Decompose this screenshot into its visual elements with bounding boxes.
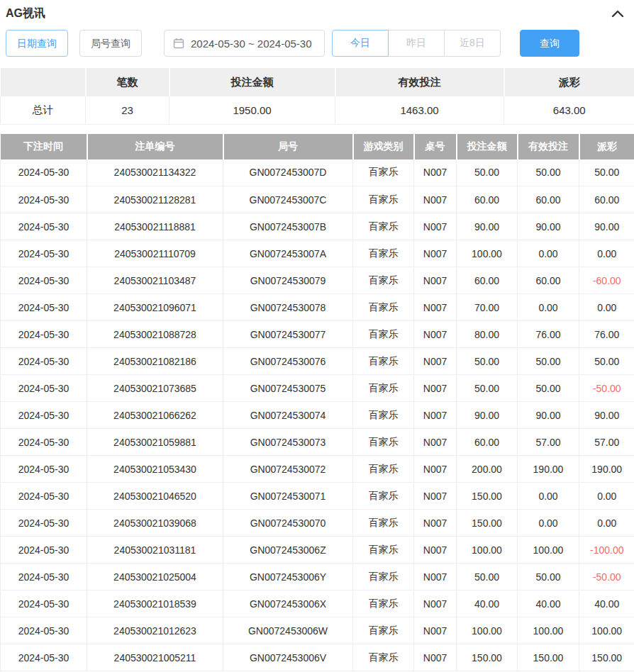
quick-range-today[interactable]: 今日 <box>332 30 389 57</box>
table-cell: 100.00 <box>457 537 518 564</box>
summary-total-payout: 643.00 <box>504 96 634 124</box>
table-cell: 90.00 <box>518 402 579 429</box>
table-row: 2024-05-30240530021059881GN00724530073百家… <box>1 429 634 456</box>
table-row: 2024-05-30240530021053430GN00724530072百家… <box>1 456 634 483</box>
table-cell: 240530021012623 <box>87 617 223 644</box>
table-cell: 100.00 <box>457 617 518 644</box>
table-cell: 2024-05-30 <box>1 510 87 537</box>
table-row: 2024-05-30240530021118881GN0072453007B百家… <box>1 213 634 240</box>
table-cell: 百家乐 <box>353 429 414 456</box>
table-cell: 240530021103487 <box>87 267 223 294</box>
ag-video-panel: AG视讯 日期查询 局号查询 2024-05-30 ~ 2024-05-30 今… <box>0 0 634 671</box>
table-cell: 50.00 <box>579 348 634 375</box>
table-cell: 2024-05-30 <box>1 483 87 510</box>
table-row: 2024-05-30240530021103487GN00724530079百家… <box>1 267 634 294</box>
table-cell: 百家乐 <box>353 483 414 510</box>
search-button[interactable]: 查询 <box>520 30 579 57</box>
table-cell: 2024-05-30 <box>1 267 87 294</box>
table-cell: 240530021046520 <box>87 483 223 510</box>
summary-col-payout: 派彩 <box>504 68 634 96</box>
table-cell: 76.00 <box>518 321 579 348</box>
table-cell: N007 <box>414 213 457 240</box>
table-cell: 2024-05-30 <box>1 456 87 483</box>
table-cell: -60.00 <box>579 267 634 294</box>
table-cell: 2024-05-30 <box>1 537 87 564</box>
table-cell: 240530021118881 <box>87 213 223 240</box>
table-cell: GN0072453006Z <box>223 537 353 564</box>
table-row: 2024-05-30240530021012623GN0072453006W百家… <box>1 617 634 644</box>
table-cell: 100.00 <box>518 537 579 564</box>
table-cell: GN00724530078 <box>223 294 353 321</box>
summary-col-blank <box>1 68 86 96</box>
table-cell: GN00724530071 <box>223 483 353 510</box>
table-row: 2024-05-30240530021046520GN00724530071百家… <box>1 483 634 510</box>
table-cell: 190.00 <box>579 456 634 483</box>
date-range-picker[interactable]: 2024-05-30 ~ 2024-05-30 <box>164 30 325 57</box>
summary-col-bet-amount: 投注金额 <box>169 68 335 96</box>
table-cell: 50.00 <box>457 375 518 402</box>
table-cell: 2024-05-30 <box>1 402 87 429</box>
table-cell: 2024-05-30 <box>1 240 87 267</box>
table-cell: 100.00 <box>457 240 518 267</box>
table-cell: 2024-05-30 <box>1 213 87 240</box>
table-cell: 百家乐 <box>353 402 414 429</box>
table-row: 2024-05-30240530021082186GN00724530076百家… <box>1 348 634 375</box>
date-range-value: 2024-05-30 ~ 2024-05-30 <box>191 38 312 50</box>
table-cell: N007 <box>414 348 457 375</box>
summary-header-row: 笔数 投注金额 有效投注 派彩 <box>1 68 634 96</box>
table-cell: 百家乐 <box>353 644 414 671</box>
table-cell: 0.00 <box>518 240 579 267</box>
table-cell: GN00724530075 <box>223 375 353 402</box>
table-cell: 240530021066262 <box>87 402 223 429</box>
table-cell: 60.00 <box>457 186 518 213</box>
table-cell: 150.00 <box>457 483 518 510</box>
table-row: 2024-05-30240530021073685GN00724530075百家… <box>1 375 634 402</box>
date-query-button[interactable]: 日期查询 <box>6 30 68 57</box>
records-column-header: 下注时间 <box>1 134 87 159</box>
summary-table: 笔数 投注金额 有效投注 派彩 总计 23 1950.00 1463.00 64… <box>0 68 634 125</box>
table-cell: -50.00 <box>579 564 634 590</box>
table-cell: 2024-05-30 <box>1 590 87 617</box>
table-cell: 0.00 <box>518 483 579 510</box>
round-query-button[interactable]: 局号查询 <box>79 30 142 57</box>
table-cell: 240530021039068 <box>87 510 223 537</box>
table-cell: -100.00 <box>579 537 634 564</box>
table-cell: N007 <box>414 537 457 564</box>
table-row: 2024-05-30240530021128281GN0072453007C百家… <box>1 186 634 213</box>
table-cell: 200.00 <box>457 456 518 483</box>
chevron-up-icon[interactable] <box>611 10 624 18</box>
toolbar: 日期查询 局号查询 2024-05-30 ~ 2024-05-30 今日 昨日 … <box>0 26 634 68</box>
table-cell: N007 <box>414 402 457 429</box>
table-cell: 百家乐 <box>353 590 414 617</box>
table-cell: 90.00 <box>457 402 518 429</box>
table-cell: GN0072453006X <box>223 590 353 617</box>
table-cell: 60.00 <box>579 186 634 213</box>
table-cell: N007 <box>414 429 457 456</box>
table-cell: 240530021088728 <box>87 321 223 348</box>
table-cell: N007 <box>414 564 457 590</box>
table-cell: 0.00 <box>579 483 634 510</box>
quick-range-yesterday[interactable]: 昨日 <box>388 30 445 57</box>
panel-header: AG视讯 <box>0 0 634 26</box>
table-cell: N007 <box>414 321 457 348</box>
table-cell: GN00724530070 <box>223 510 353 537</box>
table-cell: 50.00 <box>518 348 579 375</box>
table-cell: 40.00 <box>579 590 634 617</box>
table-cell: 百家乐 <box>353 537 414 564</box>
table-cell: GN00724530076 <box>223 348 353 375</box>
records-table: 下注时间注单编号局号游戏类别桌号投注金额有效投注派彩 2024-05-30240… <box>0 134 634 672</box>
table-row: 2024-05-30240530021096071GN00724530078百家… <box>1 294 634 321</box>
table-cell: 240530021096071 <box>87 294 223 321</box>
table-cell: 2024-05-30 <box>1 348 87 375</box>
table-cell: 60.00 <box>457 429 518 456</box>
records-column-header: 游戏类别 <box>353 134 414 159</box>
summary-col-valid-bet: 有效投注 <box>335 68 504 96</box>
table-cell: N007 <box>414 267 457 294</box>
records-column-header: 注单编号 <box>87 134 223 159</box>
records-column-header: 有效投注 <box>518 134 579 159</box>
quick-range-last8days[interactable]: 近8日 <box>444 30 501 57</box>
table-cell: GN0072453007C <box>223 186 353 213</box>
table-cell: 百家乐 <box>353 617 414 644</box>
table-cell: GN00724530079 <box>223 267 353 294</box>
table-cell: 150.00 <box>457 510 518 537</box>
